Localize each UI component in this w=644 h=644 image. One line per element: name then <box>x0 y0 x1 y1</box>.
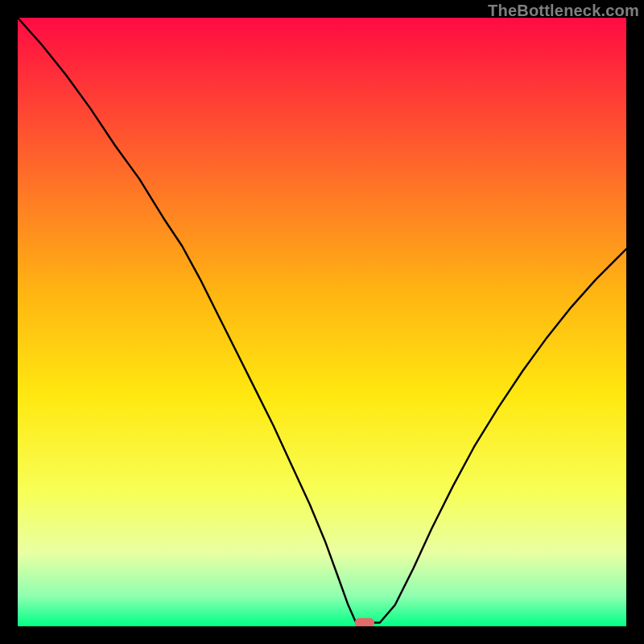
minimum-marker <box>355 618 374 626</box>
watermark-text: TheBottleneck.com <box>488 2 639 20</box>
chart-plot-area <box>18 18 626 626</box>
chart-svg <box>18 18 626 626</box>
chart-frame: TheBottleneck.com <box>0 0 644 644</box>
